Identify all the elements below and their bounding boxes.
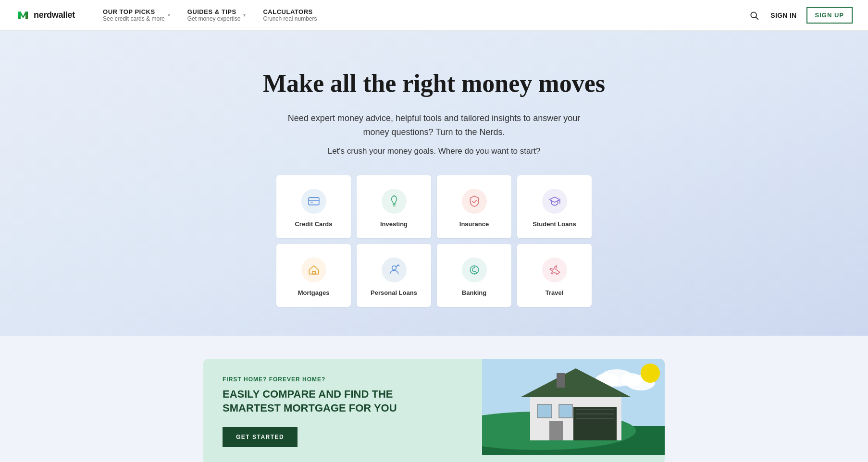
category-card-investing[interactable]: Investing bbox=[357, 175, 431, 238]
nav-item-top-picks[interactable]: OUR TOP PICKS See credit cards & more ▾ bbox=[94, 0, 179, 31]
svg-rect-34 bbox=[557, 373, 565, 388]
banking-label: Banking bbox=[462, 289, 486, 296]
category-card-insurance[interactable]: Insurance bbox=[437, 175, 511, 238]
promo-eyebrow: FIRST HOME? FOREVER HOME? bbox=[223, 376, 463, 383]
nav-guides-subtitle: Get money expertise bbox=[187, 15, 241, 22]
svg-rect-0 bbox=[15, 8, 31, 23]
credit-cards-label: Credit Cards bbox=[295, 220, 332, 228]
logo[interactable]: nerdwallet bbox=[15, 8, 75, 23]
nerdwallet-logo-icon bbox=[15, 8, 31, 23]
promo-get-started-button[interactable]: GET STARTED bbox=[223, 427, 298, 447]
promo-section: FIRST HOME? FOREVER HOME? EASILY COMPARE… bbox=[0, 336, 868, 462]
category-card-personal-loans[interactable]: Personal Loans bbox=[357, 244, 431, 307]
house-illustration bbox=[482, 359, 665, 455]
insurance-icon bbox=[462, 189, 487, 214]
nav-item-guides-tips[interactable]: GUIDES & TIPS Get money expertise ▾ bbox=[179, 0, 255, 31]
svg-point-22 bbox=[641, 364, 660, 383]
credit-cards-icon bbox=[301, 189, 326, 214]
hero-title: Make all the right money moves bbox=[15, 69, 853, 98]
svg-rect-26 bbox=[573, 407, 617, 440]
svg-rect-30 bbox=[549, 421, 563, 440]
category-grid: Credit Cards Investing Insurance bbox=[15, 175, 853, 307]
nav-calculators-subtitle: Crunch real numbers bbox=[263, 15, 317, 22]
category-card-mortgages[interactable]: Mortgages bbox=[276, 244, 351, 307]
promo-title: EASILY COMPARE AND FIND THE SMARTEST MOR… bbox=[223, 388, 405, 415]
hero-section: Make all the right money moves Need expe… bbox=[0, 31, 868, 336]
nav-calculators-title: CALCULATORS bbox=[263, 8, 317, 15]
nav-guides-title: GUIDES & TIPS bbox=[187, 8, 241, 15]
promo-illustration bbox=[482, 359, 665, 462]
search-button[interactable] bbox=[747, 9, 761, 22]
nav-right: SIGN IN SIGN UP bbox=[747, 7, 853, 24]
svg-line-2 bbox=[756, 17, 758, 19]
travel-label: Travel bbox=[546, 289, 564, 296]
svg-point-11 bbox=[392, 266, 396, 270]
search-icon bbox=[749, 11, 759, 20]
investing-icon bbox=[382, 189, 407, 214]
investing-label: Investing bbox=[380, 220, 408, 228]
mortgages-label: Mortgages bbox=[298, 289, 330, 296]
nav-item-calculators[interactable]: CALCULATORS Crunch real numbers bbox=[254, 0, 325, 31]
insurance-label: Insurance bbox=[459, 220, 489, 228]
nav-top-picks-subtitle: See credit cards & more bbox=[103, 15, 165, 22]
category-card-travel[interactable]: Travel bbox=[517, 244, 592, 307]
nav-links: OUR TOP PICKS See credit cards & more ▾ … bbox=[94, 0, 747, 31]
travel-icon bbox=[542, 257, 567, 282]
promo-content: FIRST HOME? FOREVER HOME? EASILY COMPARE… bbox=[203, 359, 482, 462]
personal-loans-icon bbox=[382, 257, 407, 282]
svg-rect-10 bbox=[312, 272, 315, 274]
hero-cta-text: Let's crush your money goals. Where do y… bbox=[15, 146, 853, 156]
mortgages-icon bbox=[301, 257, 326, 282]
personal-loans-label: Personal Loans bbox=[371, 289, 417, 296]
nav-top-picks-title: OUR TOP PICKS bbox=[103, 8, 165, 15]
navbar: nerdwallet OUR TOP PICKS See credit card… bbox=[0, 0, 868, 31]
banking-icon bbox=[462, 257, 487, 282]
nav-guides-chevron: ▾ bbox=[243, 12, 246, 18]
category-card-student-loans[interactable]: Student Loans bbox=[517, 175, 592, 238]
sign-up-button[interactable]: SIGN UP bbox=[806, 7, 853, 24]
svg-rect-28 bbox=[537, 404, 552, 418]
logo-text: nerdwallet bbox=[34, 10, 75, 20]
category-card-credit-cards[interactable]: Credit Cards bbox=[276, 175, 351, 238]
sign-in-button[interactable]: SIGN IN bbox=[770, 12, 796, 19]
nav-top-picks-chevron: ▾ bbox=[168, 12, 170, 18]
svg-rect-3 bbox=[309, 198, 319, 205]
student-loans-label: Student Loans bbox=[533, 220, 576, 228]
category-card-banking[interactable]: Banking bbox=[437, 244, 511, 307]
promo-banner: FIRST HOME? FOREVER HOME? EASILY COMPARE… bbox=[203, 359, 665, 462]
svg-rect-29 bbox=[559, 404, 572, 418]
student-loans-icon bbox=[542, 189, 567, 214]
hero-subtitle: Need expert money advice, helpful tools … bbox=[280, 111, 588, 139]
